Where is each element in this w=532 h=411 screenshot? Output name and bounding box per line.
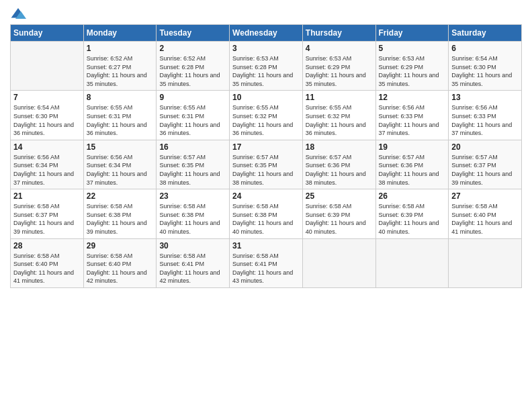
weekday-header: Wednesday — [230, 25, 303, 42]
day-info: Sunrise: 6:56 AMSunset: 6:33 PMDaylight:… — [379, 103, 446, 137]
calendar-cell: 9Sunrise: 6:55 AMSunset: 6:31 PMDaylight… — [157, 91, 230, 140]
calendar-cell: 24Sunrise: 6:58 AMSunset: 6:38 PMDayligh… — [230, 189, 303, 238]
day-number: 21 — [13, 191, 81, 201]
day-number: 29 — [87, 241, 154, 250]
day-number: 13 — [451, 93, 519, 102]
calendar-cell: 14Sunrise: 6:56 AMSunset: 6:34 PMDayligh… — [11, 140, 84, 189]
day-number: 31 — [232, 241, 300, 250]
day-info: Sunrise: 6:57 AMSunset: 6:37 PMDaylight:… — [451, 153, 519, 187]
day-info: Sunrise: 6:58 AMSunset: 6:39 PMDaylight:… — [379, 202, 446, 236]
day-info: Sunrise: 6:58 AMSunset: 6:37 PMDaylight:… — [13, 202, 81, 236]
day-number: 23 — [159, 191, 226, 201]
day-number: 9 — [159, 93, 226, 102]
calendar-cell: 18Sunrise: 6:57 AMSunset: 6:36 PMDayligh… — [302, 140, 375, 189]
calendar-cell: 17Sunrise: 6:57 AMSunset: 6:35 PMDayligh… — [230, 140, 303, 189]
calendar-cell: 29Sunrise: 6:58 AMSunset: 6:40 PMDayligh… — [83, 238, 157, 287]
calendar-cell: 21Sunrise: 6:58 AMSunset: 6:37 PMDayligh… — [11, 189, 84, 238]
day-info: Sunrise: 6:57 AMSunset: 6:36 PMDaylight:… — [306, 153, 373, 187]
calendar-cell: 12Sunrise: 6:56 AMSunset: 6:33 PMDayligh… — [375, 91, 449, 140]
calendar-cell: 11Sunrise: 6:55 AMSunset: 6:32 PMDayligh… — [302, 91, 375, 140]
calendar-cell: 1Sunrise: 6:52 AMSunset: 6:27 PMDaylight… — [83, 42, 157, 91]
day-number: 30 — [159, 241, 226, 250]
weekday-header: Thursday — [302, 25, 375, 42]
day-number: 10 — [232, 93, 300, 102]
day-info: Sunrise: 6:58 AMSunset: 6:40 PMDaylight:… — [13, 252, 81, 285]
calendar-week-row: 28Sunrise: 6:58 AMSunset: 6:40 PMDayligh… — [11, 238, 522, 287]
calendar-cell: 31Sunrise: 6:58 AMSunset: 6:41 PMDayligh… — [230, 238, 303, 287]
day-number: 6 — [451, 44, 519, 53]
weekday-header: Friday — [375, 25, 449, 42]
calendar-week-row: 1Sunrise: 6:52 AMSunset: 6:27 PMDaylight… — [11, 42, 522, 91]
calendar-table: SundayMondayTuesdayWednesdayThursdayFrid… — [10, 24, 522, 288]
calendar-header-row: SundayMondayTuesdayWednesdayThursdayFrid… — [11, 25, 522, 42]
day-number: 24 — [232, 191, 300, 201]
logo-icon — [10, 7, 26, 20]
calendar-cell: 13Sunrise: 6:56 AMSunset: 6:33 PMDayligh… — [449, 91, 522, 140]
weekday-header: Sunday — [11, 25, 84, 42]
day-info: Sunrise: 6:56 AMSunset: 6:34 PMDaylight:… — [13, 153, 81, 187]
calendar-cell: 25Sunrise: 6:58 AMSunset: 6:39 PMDayligh… — [302, 189, 375, 238]
calendar-cell: 5Sunrise: 6:53 AMSunset: 6:29 PMDaylight… — [375, 42, 449, 91]
calendar-cell: 23Sunrise: 6:58 AMSunset: 6:38 PMDayligh… — [157, 189, 230, 238]
day-number: 19 — [379, 142, 446, 152]
calendar-cell: 28Sunrise: 6:58 AMSunset: 6:40 PMDayligh… — [11, 238, 84, 287]
weekday-header: Saturday — [449, 25, 522, 42]
calendar-cell: 15Sunrise: 6:56 AMSunset: 6:34 PMDayligh… — [83, 140, 157, 189]
day-number: 5 — [379, 44, 446, 53]
day-info: Sunrise: 6:54 AMSunset: 6:30 PMDaylight:… — [13, 103, 81, 137]
calendar-cell: 30Sunrise: 6:58 AMSunset: 6:41 PMDayligh… — [157, 238, 230, 287]
day-info: Sunrise: 6:56 AMSunset: 6:33 PMDaylight:… — [451, 103, 519, 137]
day-number: 22 — [87, 191, 154, 201]
day-number: 25 — [306, 191, 373, 201]
day-info: Sunrise: 6:58 AMSunset: 6:38 PMDaylight:… — [159, 202, 226, 236]
day-info: Sunrise: 6:52 AMSunset: 6:27 PMDaylight:… — [87, 54, 154, 88]
calendar-cell: 8Sunrise: 6:55 AMSunset: 6:31 PMDaylight… — [83, 91, 157, 140]
day-number: 26 — [379, 191, 446, 201]
calendar-cell: 3Sunrise: 6:53 AMSunset: 6:28 PMDaylight… — [230, 42, 303, 91]
day-number: 7 — [13, 93, 81, 102]
day-info: Sunrise: 6:58 AMSunset: 6:39 PMDaylight:… — [306, 202, 373, 236]
day-info: Sunrise: 6:58 AMSunset: 6:38 PMDaylight:… — [232, 202, 300, 236]
calendar-week-row: 14Sunrise: 6:56 AMSunset: 6:34 PMDayligh… — [11, 140, 522, 189]
day-info: Sunrise: 6:56 AMSunset: 6:34 PMDaylight:… — [87, 153, 154, 187]
calendar-cell: 7Sunrise: 6:54 AMSunset: 6:30 PMDaylight… — [11, 91, 84, 140]
calendar-cell — [11, 42, 84, 91]
day-number: 16 — [159, 142, 226, 152]
day-info: Sunrise: 6:57 AMSunset: 6:35 PMDaylight:… — [232, 153, 300, 187]
calendar-cell — [449, 238, 522, 287]
day-number: 17 — [232, 142, 300, 152]
day-info: Sunrise: 6:54 AMSunset: 6:30 PMDaylight:… — [451, 54, 519, 88]
calendar-cell: 4Sunrise: 6:53 AMSunset: 6:29 PMDaylight… — [302, 42, 375, 91]
weekday-header: Monday — [83, 25, 157, 42]
day-number: 20 — [451, 142, 519, 152]
day-info: Sunrise: 6:58 AMSunset: 6:40 PMDaylight:… — [451, 202, 519, 236]
day-number: 11 — [306, 93, 373, 102]
day-number: 18 — [306, 142, 373, 152]
day-number: 27 — [451, 191, 519, 201]
calendar-cell — [375, 238, 449, 287]
logo — [10, 7, 29, 20]
day-number: 28 — [13, 241, 81, 250]
day-info: Sunrise: 6:58 AMSunset: 6:41 PMDaylight:… — [232, 252, 300, 285]
day-number: 15 — [87, 142, 154, 152]
calendar-cell: 16Sunrise: 6:57 AMSunset: 6:35 PMDayligh… — [157, 140, 230, 189]
calendar-cell — [302, 238, 375, 287]
calendar-week-row: 21Sunrise: 6:58 AMSunset: 6:37 PMDayligh… — [11, 189, 522, 238]
day-number: 8 — [87, 93, 154, 102]
day-info: Sunrise: 6:58 AMSunset: 6:41 PMDaylight:… — [159, 252, 226, 285]
calendar-cell: 22Sunrise: 6:58 AMSunset: 6:38 PMDayligh… — [83, 189, 157, 238]
calendar-cell: 10Sunrise: 6:55 AMSunset: 6:32 PMDayligh… — [230, 91, 303, 140]
day-info: Sunrise: 6:53 AMSunset: 6:29 PMDaylight:… — [379, 54, 446, 88]
calendar-cell: 20Sunrise: 6:57 AMSunset: 6:37 PMDayligh… — [449, 140, 522, 189]
day-number: 2 — [159, 44, 226, 53]
day-info: Sunrise: 6:52 AMSunset: 6:28 PMDaylight:… — [159, 54, 226, 88]
calendar-cell: 2Sunrise: 6:52 AMSunset: 6:28 PMDaylight… — [157, 42, 230, 91]
day-info: Sunrise: 6:57 AMSunset: 6:36 PMDaylight:… — [379, 153, 446, 187]
day-info: Sunrise: 6:55 AMSunset: 6:31 PMDaylight:… — [87, 103, 154, 137]
calendar-cell: 19Sunrise: 6:57 AMSunset: 6:36 PMDayligh… — [375, 140, 449, 189]
calendar-header — [10, 7, 522, 20]
day-number: 3 — [232, 44, 300, 53]
day-info: Sunrise: 6:53 AMSunset: 6:29 PMDaylight:… — [306, 54, 373, 88]
calendar-cell: 27Sunrise: 6:58 AMSunset: 6:40 PMDayligh… — [449, 189, 522, 238]
day-info: Sunrise: 6:55 AMSunset: 6:32 PMDaylight:… — [232, 103, 300, 137]
